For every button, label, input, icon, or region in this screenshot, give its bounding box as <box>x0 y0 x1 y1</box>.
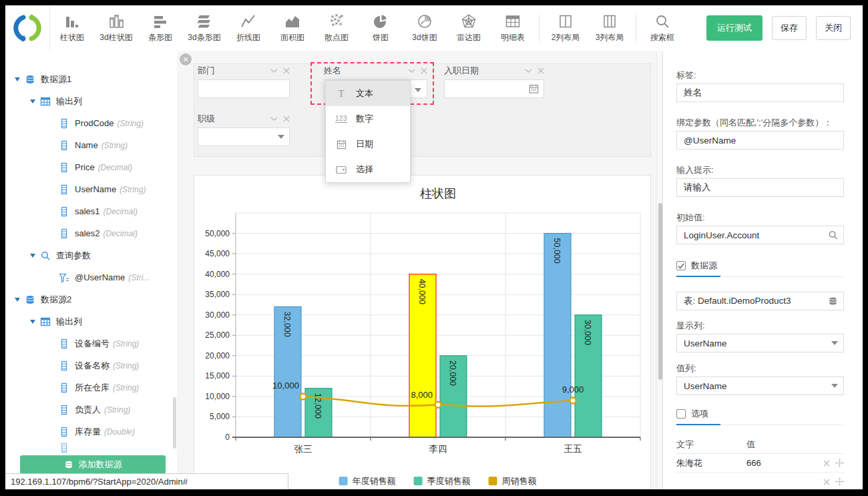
tree-item-库存量[interactable]: 库存量(Double) <box>5 421 177 443</box>
tree-item-Price[interactable]: Price(Decimal) <box>5 156 177 178</box>
grid-icon <box>40 96 51 107</box>
menu-item-选择[interactable]: 选择 <box>326 157 410 182</box>
field-department[interactable]: 部门 <box>198 65 290 98</box>
checkbox-checked-icon[interactable] <box>676 261 686 270</box>
toolbar-item-scatter-chart[interactable]: 散点图 <box>314 5 359 51</box>
options-table-row[interactable]: 朱海花 666 <box>676 454 844 473</box>
tree-item-UserName[interactable]: UserName(String) <box>5 178 177 200</box>
chevron-down-icon[interactable] <box>408 69 415 73</box>
datasource-sidebar: 数据源1输出列ProdCode(String)Name(String)Price… <box>5 51 178 489</box>
display-col-select[interactable]: UserName <box>676 334 844 352</box>
field-rank[interactable]: 职级 <box>198 113 290 146</box>
chevron-down-icon[interactable] <box>270 117 278 121</box>
text-type-icon: T <box>335 88 348 99</box>
toolbar-item-pie3d-chart[interactable]: 3d饼图 <box>403 5 447 51</box>
menu-item-日期[interactable]: 日期 <box>326 132 410 157</box>
delete-row-icon[interactable] <box>823 479 830 485</box>
table-source-input[interactable]: 表: Default.iDemoProduct3 <box>676 292 844 310</box>
tree-item-partial[interactable] <box>5 443 177 453</box>
options-checkbox-row[interactable]: 选项 <box>676 409 844 419</box>
init-value-input[interactable]: LoginUser.Account <box>676 226 844 244</box>
tree-item-sales2[interactable]: sales2(Decimal) <box>5 222 177 244</box>
toolbar: 柱状图3d柱状图条形图3d条形图折线图面积图散点图饼图3d饼图雷达图明细表2列布… <box>5 5 863 51</box>
remove-field-icon[interactable] <box>421 67 427 74</box>
number-type-icon: 123 <box>335 115 348 123</box>
delete-row-icon[interactable] <box>823 460 830 467</box>
hint-input[interactable]: 请输入 <box>676 178 844 197</box>
remove-field-icon[interactable] <box>283 115 290 122</box>
menu-item-数字[interactable]: 123数字 <box>326 106 410 132</box>
chart-title: 柱状图 <box>420 187 456 200</box>
toolbar-item-bar3d-chart[interactable]: 3d柱状图 <box>94 5 138 51</box>
tree-item-查询参数[interactable]: 查询参数 <box>5 244 177 266</box>
canvas-scrollbar[interactable] <box>656 51 662 489</box>
caret-down-icon <box>831 341 838 345</box>
sidebar-scrollbar[interactable] <box>173 397 176 449</box>
tree-item-设备编号[interactable]: 设备编号(String) <box>5 332 177 354</box>
expand-arrow-icon[interactable] <box>30 320 35 324</box>
expand-arrow-icon[interactable] <box>15 77 20 81</box>
col-icon <box>59 360 69 371</box>
tree-item-输出列[interactable]: 输出列 <box>5 90 177 112</box>
tree-item-设备名称[interactable]: 设备名称(String) <box>5 354 177 377</box>
line-chart-icon <box>240 13 257 30</box>
search-icon[interactable] <box>828 230 838 240</box>
move-row-icon[interactable] <box>835 459 844 467</box>
hire-date-input[interactable] <box>444 79 544 98</box>
toolbar-item-bar-chart[interactable]: 柱状图 <box>50 5 94 51</box>
toolbar-item-area-chart[interactable]: 面积图 <box>270 5 314 51</box>
design-canvas[interactable]: ✕ 部门 姓名 <box>177 51 656 489</box>
rank-select[interactable] <box>198 128 290 146</box>
database-icon[interactable] <box>828 296 838 306</box>
department-input[interactable] <box>198 79 290 98</box>
search-icon <box>654 13 671 30</box>
tree-item-输出列[interactable]: 输出列 <box>5 310 177 332</box>
tree-item-数据源1[interactable]: 数据源1 <box>5 68 177 90</box>
move-row-icon[interactable] <box>835 477 844 486</box>
expand-arrow-icon[interactable] <box>15 298 20 302</box>
toolbar-item-radar-chart[interactable]: 雷达图 <box>447 5 491 51</box>
remove-field-icon[interactable] <box>283 67 290 74</box>
tree-item-Name[interactable]: Name(String) <box>5 134 177 156</box>
toolbar-item-search[interactable]: 搜索框 <box>640 5 684 51</box>
legend-item-季度销售额: 季度销售额 <box>414 476 471 486</box>
panel-close-icon[interactable]: ✕ <box>180 53 192 65</box>
chevron-down-icon[interactable] <box>525 69 532 73</box>
toolbar-item-hbar3d-chart[interactable]: 3d条形图 <box>182 5 226 51</box>
tree-item-所在仓库[interactable]: 所在仓库(String) <box>5 377 177 399</box>
tree-item-数据源2[interactable]: 数据源2 <box>5 288 177 310</box>
hbar3d-chart-icon <box>196 13 213 30</box>
db-icon <box>25 74 35 85</box>
toolbar-item-layout-3col[interactable]: 3列布局 <box>588 5 632 51</box>
add-datasource-button[interactable]: 添加数据源 <box>20 455 166 474</box>
label-input[interactable]: 姓名 <box>676 83 844 102</box>
run-test-button[interactable]: 运行测试 <box>706 15 763 41</box>
toolbar-item-detail-table[interactable]: 明细表 <box>491 5 535 51</box>
bar-chart-widget[interactable]: 05,00010,00015,00020,00025,00030,00035,0… <box>194 175 651 489</box>
toolbar-item-pie-chart[interactable]: 饼图 <box>359 5 403 51</box>
chart-svg: 05,00010,00015,00020,00025,00030,00035,0… <box>194 176 650 489</box>
menu-item-文本[interactable]: T文本 <box>326 81 410 106</box>
chevron-down-icon[interactable] <box>270 69 278 73</box>
tree-item-@UserName[interactable]: @UserName(Stri... <box>5 266 177 288</box>
expand-arrow-icon[interactable] <box>30 99 35 103</box>
calendar-icon[interactable] <box>529 84 539 94</box>
toolbar-item-layout-2col[interactable]: 2列布局 <box>544 5 588 51</box>
bind-param-input[interactable]: @UserName <box>676 131 844 150</box>
combo-caret-button[interactable] <box>409 80 427 97</box>
field-hire-date[interactable]: 入职日期 <box>444 65 544 98</box>
tree-item-sales1[interactable]: sales1(Decimal) <box>5 200 177 222</box>
toolbar-item-hbar-chart[interactable]: 条形图 <box>138 5 182 51</box>
layout-3col-icon <box>601 13 618 30</box>
expand-arrow-icon[interactable] <box>30 254 35 258</box>
tree-item-负责人[interactable]: 负责人(String) <box>5 399 177 421</box>
options-table-row[interactable] <box>676 473 844 489</box>
tree-item-ProdCode[interactable]: ProdCode(String) <box>5 112 177 134</box>
value-col-select[interactable]: UserName <box>676 377 844 395</box>
remove-field-icon[interactable] <box>537 67 544 74</box>
toolbar-item-line-chart[interactable]: 折线图 <box>226 5 270 51</box>
datasource-checkbox-row[interactable]: 数据源 <box>676 260 844 271</box>
save-button[interactable]: 保存 <box>772 16 807 40</box>
close-button[interactable]: 关闭 <box>816 16 851 40</box>
checkbox-unchecked-icon[interactable] <box>676 409 686 419</box>
